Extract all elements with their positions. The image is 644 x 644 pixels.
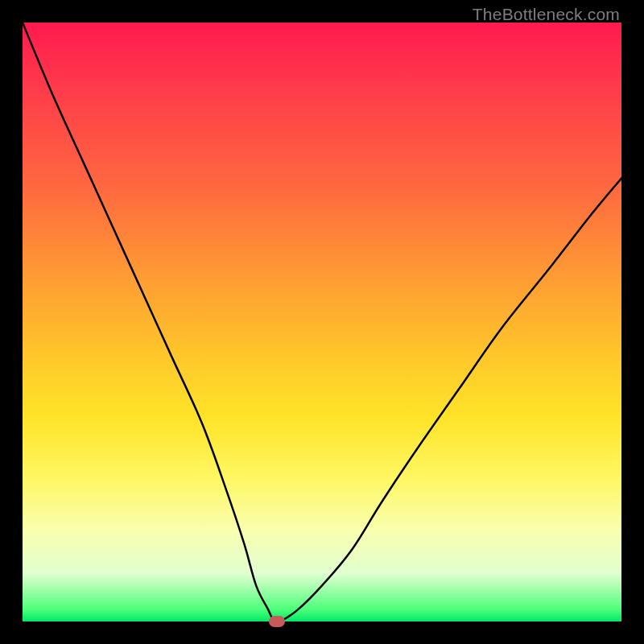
- watermark-text: TheBottleneck.com: [473, 5, 620, 24]
- chart-frame: TheBottleneck.com: [0, 0, 644, 644]
- optimal-point-marker: [269, 616, 285, 627]
- plot-area: [23, 23, 621, 621]
- bottleneck-curve: [23, 23, 621, 621]
